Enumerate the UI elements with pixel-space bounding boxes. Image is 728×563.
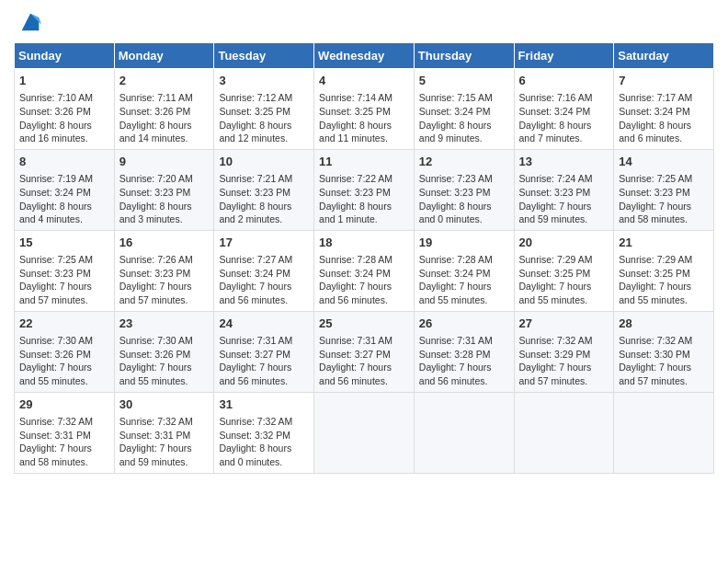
day-number: 17 — [219, 235, 309, 251]
logo-icon — [17, 9, 43, 35]
day-number: 31 — [219, 396, 309, 413]
calendar-cell: 18Sunrise: 7:28 AMSunset: 3:24 PMDayligh… — [314, 230, 415, 311]
sunset-text: Sunset: 3:28 PM — [419, 349, 491, 360]
sunrise-text: Sunrise: 7:31 AM — [219, 335, 292, 346]
sunset-text: Sunset: 3:23 PM — [219, 187, 290, 198]
daylight-text: Daylight: 8 hours and 11 minutes. — [319, 120, 392, 144]
calendar-cell: 13Sunrise: 7:24 AMSunset: 3:23 PMDayligh… — [514, 149, 614, 230]
sunrise-text: Sunrise: 7:30 AM — [19, 335, 93, 346]
daylight-text: Daylight: 7 hours and 58 minutes. — [19, 442, 92, 467]
calendar-cell: 25Sunrise: 7:31 AMSunset: 3:27 PMDayligh… — [314, 311, 415, 392]
daylight-text: Daylight: 8 hours and 1 minute. — [319, 201, 392, 225]
sunset-text: Sunset: 3:31 PM — [119, 430, 191, 441]
day-header-sunday: Sunday — [15, 43, 115, 69]
daylight-text: Daylight: 7 hours and 57 minutes. — [619, 362, 691, 386]
day-header-thursday: Thursday — [414, 43, 514, 69]
sunrise-text: Sunrise: 7:17 AM — [619, 92, 692, 103]
day-number: 10 — [219, 154, 309, 170]
daylight-text: Daylight: 8 hours and 0 minutes. — [419, 201, 492, 225]
daylight-text: Daylight: 8 hours and 9 minutes. — [419, 120, 492, 144]
sunset-text: Sunset: 3:25 PM — [519, 268, 591, 279]
calendar-cell — [414, 392, 514, 473]
calendar-cell: 8Sunrise: 7:19 AMSunset: 3:24 PMDaylight… — [15, 149, 115, 230]
sunset-text: Sunset: 3:24 PM — [19, 187, 91, 198]
calendar-cell: 6Sunrise: 7:16 AMSunset: 3:24 PMDaylight… — [514, 69, 614, 150]
daylight-text: Daylight: 8 hours and 0 minutes. — [219, 442, 291, 467]
day-number: 27 — [519, 316, 609, 332]
day-number: 18 — [319, 235, 409, 251]
calendar-cell: 5Sunrise: 7:15 AMSunset: 3:24 PMDaylight… — [414, 69, 514, 150]
sunset-text: Sunset: 3:32 PM — [219, 430, 290, 441]
sunset-text: Sunset: 3:25 PM — [219, 106, 290, 117]
day-header-wednesday: Wednesday — [314, 43, 415, 69]
sunrise-text: Sunrise: 7:21 AM — [219, 173, 292, 184]
day-header-tuesday: Tuesday — [214, 43, 314, 69]
sunset-text: Sunset: 3:25 PM — [319, 106, 391, 117]
day-number: 5 — [419, 73, 509, 89]
sunset-text: Sunset: 3:26 PM — [19, 349, 91, 360]
daylight-text: Daylight: 7 hours and 59 minutes. — [119, 442, 192, 467]
day-number: 6 — [519, 73, 609, 89]
daylight-text: Daylight: 7 hours and 57 minutes. — [119, 281, 192, 305]
calendar-week-row: 29Sunrise: 7:32 AMSunset: 3:31 PMDayligh… — [15, 392, 714, 473]
sunrise-text: Sunrise: 7:27 AM — [219, 254, 292, 265]
logo — [14, 9, 43, 35]
daylight-text: Daylight: 8 hours and 3 minutes. — [119, 201, 192, 225]
sunset-text: Sunset: 3:23 PM — [119, 187, 191, 198]
calendar-table: SundayMondayTuesdayWednesdayThursdayFrid… — [14, 42, 714, 474]
calendar-cell: 2Sunrise: 7:11 AMSunset: 3:26 PMDaylight… — [114, 69, 214, 150]
calendar-week-row: 15Sunrise: 7:25 AMSunset: 3:23 PMDayligh… — [15, 230, 714, 311]
calendar-cell: 4Sunrise: 7:14 AMSunset: 3:25 PMDaylight… — [314, 69, 415, 150]
daylight-text: Daylight: 7 hours and 58 minutes. — [619, 201, 691, 225]
sunrise-text: Sunrise: 7:25 AM — [619, 173, 692, 184]
sunrise-text: Sunrise: 7:25 AM — [19, 254, 93, 265]
day-number: 4 — [319, 73, 409, 89]
sunrise-text: Sunrise: 7:22 AM — [319, 173, 392, 184]
sunset-text: Sunset: 3:24 PM — [219, 268, 290, 279]
daylight-text: Daylight: 7 hours and 59 minutes. — [519, 201, 592, 225]
calendar-header-row: SundayMondayTuesdayWednesdayThursdayFrid… — [15, 43, 714, 69]
day-number: 3 — [219, 73, 309, 89]
sunrise-text: Sunrise: 7:32 AM — [119, 416, 193, 427]
calendar-cell: 29Sunrise: 7:32 AMSunset: 3:31 PMDayligh… — [15, 392, 115, 473]
daylight-text: Daylight: 7 hours and 55 minutes. — [19, 362, 92, 386]
daylight-text: Daylight: 7 hours and 57 minutes. — [19, 281, 92, 305]
day-number: 9 — [119, 154, 210, 170]
calendar-cell: 26Sunrise: 7:31 AMSunset: 3:28 PMDayligh… — [414, 311, 514, 392]
calendar-cell: 23Sunrise: 7:30 AMSunset: 3:26 PMDayligh… — [114, 311, 214, 392]
day-number: 16 — [119, 235, 210, 251]
day-number: 28 — [619, 316, 709, 332]
day-number: 7 — [619, 73, 709, 89]
calendar-cell: 27Sunrise: 7:32 AMSunset: 3:29 PMDayligh… — [514, 311, 614, 392]
sunrise-text: Sunrise: 7:23 AM — [419, 173, 493, 184]
sunset-text: Sunset: 3:24 PM — [519, 106, 591, 117]
sunrise-text: Sunrise: 7:28 AM — [419, 254, 493, 265]
sunset-text: Sunset: 3:24 PM — [319, 268, 391, 279]
daylight-text: Daylight: 7 hours and 56 minutes. — [419, 362, 492, 386]
sunrise-text: Sunrise: 7:31 AM — [419, 335, 493, 346]
sunset-text: Sunset: 3:26 PM — [119, 106, 191, 117]
sunset-text: Sunset: 3:23 PM — [619, 187, 690, 198]
day-number: 20 — [519, 235, 609, 251]
sunrise-text: Sunrise: 7:32 AM — [219, 416, 292, 427]
sunset-text: Sunset: 3:30 PM — [619, 349, 690, 360]
svg-marker-0 — [22, 14, 40, 31]
sunrise-text: Sunrise: 7:12 AM — [219, 92, 292, 103]
calendar-cell: 3Sunrise: 7:12 AMSunset: 3:25 PMDaylight… — [214, 69, 314, 150]
day-number: 24 — [219, 316, 309, 332]
day-number: 2 — [119, 73, 210, 89]
calendar-cell: 11Sunrise: 7:22 AMSunset: 3:23 PMDayligh… — [314, 149, 415, 230]
sunrise-text: Sunrise: 7:16 AM — [519, 92, 593, 103]
sunrise-text: Sunrise: 7:32 AM — [519, 335, 593, 346]
sunset-text: Sunset: 3:23 PM — [519, 187, 591, 198]
calendar-cell: 7Sunrise: 7:17 AMSunset: 3:24 PMDaylight… — [614, 69, 714, 150]
day-number: 11 — [319, 154, 409, 170]
sunrise-text: Sunrise: 7:29 AM — [619, 254, 692, 265]
sunset-text: Sunset: 3:26 PM — [119, 349, 191, 360]
daylight-text: Daylight: 7 hours and 55 minutes. — [419, 281, 492, 305]
calendar-cell — [614, 392, 714, 473]
calendar-cell — [514, 392, 614, 473]
sunrise-text: Sunrise: 7:31 AM — [319, 335, 392, 346]
sunrise-text: Sunrise: 7:32 AM — [19, 416, 93, 427]
day-header-saturday: Saturday — [614, 43, 714, 69]
